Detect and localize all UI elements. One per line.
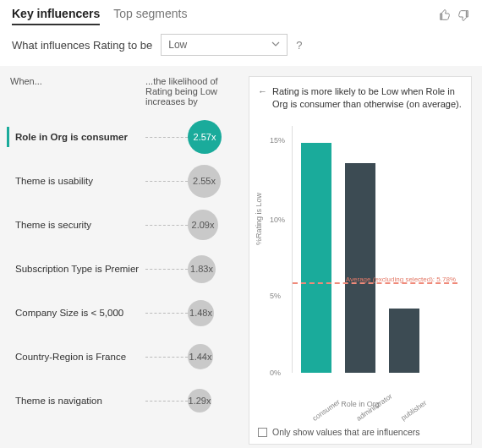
connector-line <box>145 225 188 226</box>
tab-key-influencers[interactable]: Key influencers <box>12 7 100 25</box>
average-label: Average (excluding selected): 5.78% <box>346 276 456 283</box>
influencer-row[interactable]: Country-Region is France 1.44x <box>10 335 238 379</box>
only-influencers-label: Only show values that are influencers <box>272 427 420 437</box>
average-line: Average (excluding selected): 5.78% <box>293 282 457 284</box>
bar-consumer[interactable] <box>301 143 331 373</box>
influencer-list: When... ...the likelihood of Rating bein… <box>10 76 238 445</box>
x-axis-label: Role in Org <box>258 400 463 408</box>
target-value-dropdown[interactable]: Low <box>161 34 288 56</box>
help-icon[interactable]: ? <box>296 39 302 52</box>
influencer-bubble: 2.55x <box>188 165 221 198</box>
connector-line <box>145 357 188 358</box>
back-arrow-icon[interactable]: ← <box>258 85 267 111</box>
only-influencers-checkbox[interactable] <box>258 428 267 437</box>
influencer-row[interactable]: Company Size is < 5,000 1.48x <box>10 291 238 335</box>
bar-chart: %Rating is Low 0% 5% 10% 15% Average (ex… <box>258 117 463 423</box>
influencer-label: Subscription Type is Premier <box>10 264 145 274</box>
connector-line <box>145 269 188 270</box>
connector-line <box>145 181 188 182</box>
y-tick: 5% <box>270 292 281 300</box>
y-axis-label: %Rating is Low <box>255 193 263 245</box>
influencer-row[interactable]: Role in Org is consumer 2.57x <box>10 115 238 159</box>
y-tick: 15% <box>270 136 285 145</box>
influencer-bubble: 1.44x <box>188 344 213 369</box>
thumbs-down-icon[interactable] <box>457 8 470 25</box>
influencer-row[interactable]: Subscription Type is Premier 1.83x <box>10 247 238 291</box>
influencer-label: Theme is navigation <box>10 396 145 406</box>
column-when: When... <box>10 76 145 107</box>
dropdown-value: Low <box>168 39 187 51</box>
connector-line <box>145 313 188 314</box>
influencer-label: Company Size is < 5,000 <box>10 308 145 318</box>
influencer-label: Country-Region is France <box>10 352 145 362</box>
tab-top-segments[interactable]: Top segments <box>113 7 187 25</box>
chevron-down-icon <box>271 39 280 51</box>
influencer-bubble: 2.09x <box>188 210 218 240</box>
thumbs-up-icon[interactable] <box>438 8 452 25</box>
connector-line <box>145 137 188 138</box>
influencer-label: Theme is security <box>10 220 145 230</box>
bar-administrator[interactable] <box>345 163 375 373</box>
influencer-label: Role in Org is consumer <box>10 132 145 142</box>
influencer-row[interactable]: Theme is navigation 1.29x <box>10 379 238 423</box>
influencer-bubble: 1.83x <box>188 255 216 283</box>
y-tick: 10% <box>270 216 285 224</box>
y-ticks: 0% 5% 10% 15% <box>270 126 290 373</box>
column-likelihood: ...the likelihood of Rating being Low in… <box>145 76 238 107</box>
influencer-bubble: 1.29x <box>188 389 211 412</box>
detail-panel: ← Rating is more likely to be Low when R… <box>249 76 472 445</box>
influencer-bubble: 1.48x <box>188 300 214 326</box>
question-prefix: What influences Rating to be <box>12 39 152 52</box>
influencer-row[interactable]: Theme is usability 2.55x <box>10 159 238 203</box>
influencer-label: Theme is usability <box>10 176 145 186</box>
y-tick: 0% <box>270 369 281 377</box>
bar-publisher[interactable] <box>389 309 419 373</box>
influencer-bubble: 2.57x <box>188 120 222 154</box>
influencer-row[interactable]: Theme is security 2.09x <box>10 203 238 247</box>
connector-line <box>145 401 188 402</box>
plot-area: Average (excluding selected): 5.78% <box>292 126 457 373</box>
insight-text: Rating is more likely to be Low when Rol… <box>272 85 463 111</box>
